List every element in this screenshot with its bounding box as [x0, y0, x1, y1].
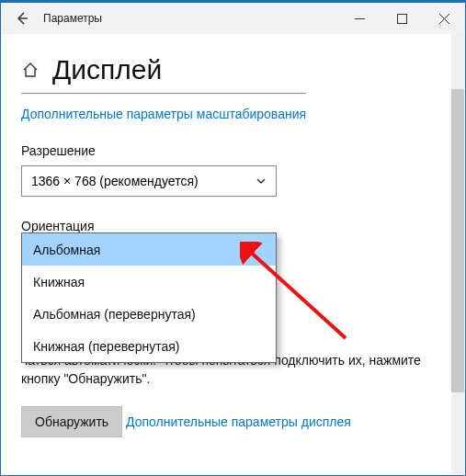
detect-button[interactable]: Обнаружить: [21, 406, 122, 437]
orientation-option[interactable]: Книжная: [22, 266, 276, 298]
orientation-option[interactable]: Книжная (перевернутая): [22, 330, 276, 362]
page-title: Дисплей: [52, 54, 162, 85]
divider: [21, 93, 306, 94]
minimize-icon: [355, 14, 365, 24]
orientation-label: Ориентация: [21, 219, 445, 233]
orientation-option[interactable]: Альбомная: [22, 233, 276, 266]
close-button[interactable]: [423, 3, 465, 34]
svg-rect-2: [397, 14, 406, 23]
page-header: Дисплей: [21, 54, 445, 85]
resolution-value: 1366 × 768 (рекомендуется): [31, 174, 199, 188]
resolution-select[interactable]: 1366 × 768 (рекомендуется): [21, 165, 277, 197]
window-controls: [338, 3, 465, 34]
maximize-button[interactable]: [381, 3, 423, 34]
orientation-option[interactable]: Альбомная (перевернутая): [22, 298, 276, 330]
scale-advanced-link[interactable]: Дополнительные параметры масштабирования: [21, 107, 306, 121]
scrollbar[interactable]: [451, 34, 464, 474]
window-title: Параметры: [43, 12, 102, 25]
home-icon[interactable]: [21, 61, 40, 79]
back-button[interactable]: [1, 3, 43, 34]
scroll-thumb[interactable]: [451, 89, 464, 392]
titlebar: Параметры: [1, 3, 465, 34]
chevron-down-icon: [256, 176, 267, 187]
display-advanced-link[interactable]: Дополнительные параметры дисплея: [126, 414, 351, 429]
minimize-button[interactable]: [338, 3, 381, 34]
arrow-left-icon: [15, 11, 29, 26]
maximize-icon: [397, 14, 407, 24]
close-icon: [439, 14, 449, 24]
resolution-label: Разрешение: [21, 143, 445, 158]
orientation-dropdown[interactable]: Альбомная Книжная Альбомная (перевернута…: [21, 232, 277, 363]
